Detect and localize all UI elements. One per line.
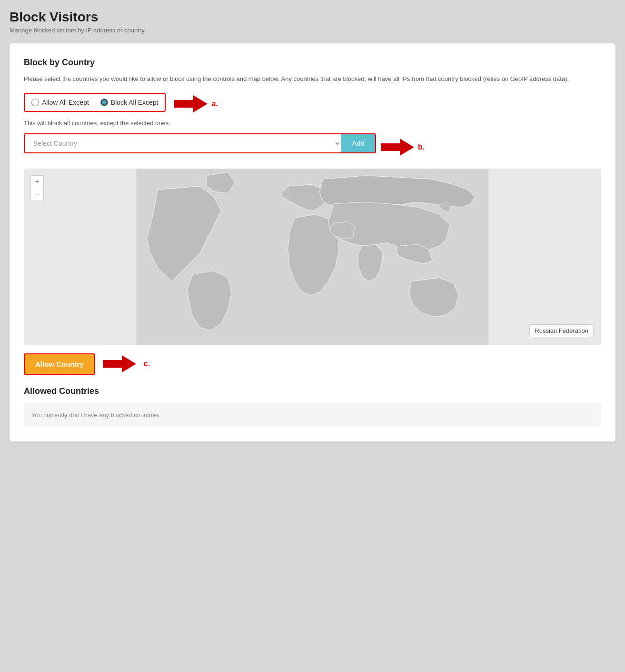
svg-marker-3	[103, 355, 136, 372]
page-subtitle: Manage blocked visitors by IP address or…	[10, 27, 615, 34]
page-header: Block Visitors Manage blocked visitors b…	[10, 10, 615, 34]
allow-all-except-option[interactable]: Allow All Except	[31, 99, 89, 106]
select-add-row: Select Country United States United King…	[24, 133, 376, 153]
zoom-in-button[interactable]: +	[31, 176, 43, 188]
country-select[interactable]: Select Country United States United King…	[25, 134, 341, 152]
add-button[interactable]: Add	[341, 134, 375, 152]
block-by-country-title: Block by Country	[24, 58, 601, 68]
annotation-a-group: a.	[174, 94, 218, 113]
block-description: Please select the countries you would li…	[24, 74, 601, 84]
map-zoom-controls: + −	[30, 175, 44, 201]
allow-country-button[interactable]: Allow Country	[24, 353, 95, 375]
russia-label: Russian Federation	[529, 324, 594, 337]
annotation-a-label: a.	[211, 100, 218, 108]
arrow-b-icon	[381, 138, 414, 157]
page-title: Block Visitors	[10, 10, 615, 25]
allow-all-except-radio[interactable]	[31, 99, 39, 106]
block-all-except-radio[interactable]	[100, 99, 108, 106]
main-card: Block by Country Please select the count…	[10, 43, 615, 441]
allow-country-row: Allow Country c.	[24, 353, 601, 375]
mode-description: This will block all countries, except th…	[24, 120, 601, 127]
arrow-a-icon	[174, 94, 208, 113]
radio-group: Allow All Except Block All Except	[24, 93, 166, 112]
annotation-b-label: b.	[418, 143, 425, 151]
arrow-c-icon	[103, 354, 136, 373]
zoom-out-button[interactable]: −	[31, 188, 43, 201]
block-all-except-label: Block All Except	[111, 99, 159, 106]
no-countries-text: You currently don't have any blocked cou…	[31, 411, 161, 419]
svg-marker-1	[381, 139, 414, 156]
world-map: + −	[24, 169, 601, 345]
world-map-svg	[24, 169, 601, 345]
annotation-b-group: b.	[381, 138, 425, 157]
allow-all-except-label: Allow All Except	[42, 99, 89, 106]
no-countries-message: You currently don't have any blocked cou…	[24, 403, 601, 427]
allowed-countries-title: Allowed Countries	[24, 386, 601, 396]
block-all-except-option[interactable]: Block All Except	[100, 99, 159, 106]
svg-marker-0	[174, 95, 208, 112]
annotation-c-label: c.	[144, 360, 150, 368]
